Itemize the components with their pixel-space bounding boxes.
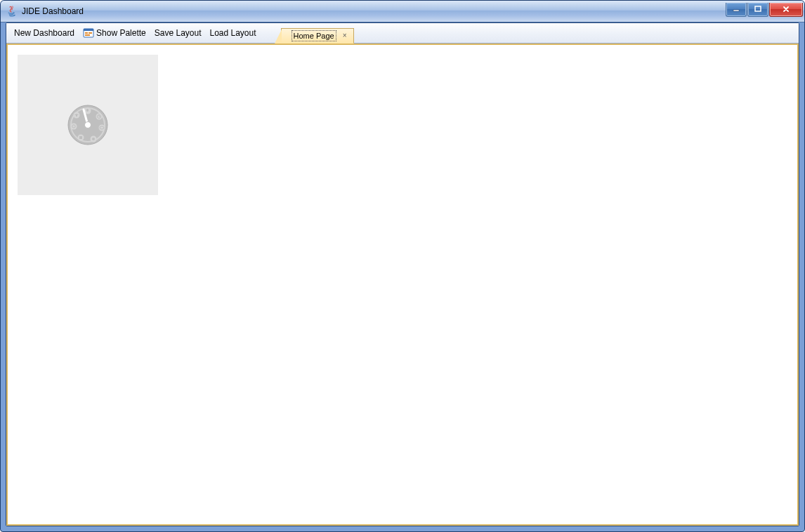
show-palette-label: Show Palette — [96, 28, 146, 38]
window-title: JIDE Dashboard — [22, 6, 726, 16]
application-window: JIDE Dashboard New Dashboard — [0, 0, 805, 532]
new-dashboard-button[interactable]: New Dashboard — [11, 26, 78, 40]
save-layout-label: Save Layout — [155, 28, 202, 38]
dashboard-gadget-icon — [65, 102, 110, 147]
svg-rect-4 — [85, 32, 88, 34]
title-bar[interactable]: JIDE Dashboard — [1, 1, 804, 22]
tab-strip: Home Page × — [281, 23, 354, 43]
maximize-button[interactable] — [747, 3, 768, 17]
save-layout-button[interactable]: Save Layout — [151, 26, 205, 40]
dashboard-page[interactable] — [6, 44, 799, 526]
palette-icon — [83, 27, 94, 39]
gadget-placeholder[interactable] — [18, 55, 158, 195]
minimize-button[interactable] — [726, 3, 747, 17]
tab-home-page[interactable]: Home Page × — [281, 28, 354, 44]
show-palette-button[interactable]: Show Palette — [79, 25, 150, 41]
close-button[interactable] — [769, 3, 803, 17]
load-layout-label: Load Layout — [209, 28, 256, 38]
client-area: New Dashboard Show Palette Save Layout — [6, 22, 799, 526]
svg-rect-5 — [89, 32, 92, 34]
window-controls — [726, 3, 803, 17]
toolbar: New Dashboard Show Palette Save Layout — [6, 23, 799, 44]
svg-rect-1 — [755, 6, 761, 11]
svg-rect-3 — [84, 29, 93, 31]
svg-rect-19 — [79, 136, 82, 139]
tab-home-page-label: Home Page — [292, 30, 336, 41]
load-layout-button[interactable]: Load Layout — [206, 26, 259, 40]
java-icon — [6, 6, 18, 17]
svg-rect-0 — [733, 10, 739, 11]
tab-close-icon[interactable]: × — [341, 32, 349, 40]
svg-point-20 — [71, 124, 77, 130]
new-dashboard-label: New Dashboard — [14, 28, 74, 38]
svg-point-17 — [92, 138, 95, 140]
svg-rect-6 — [85, 34, 90, 36]
